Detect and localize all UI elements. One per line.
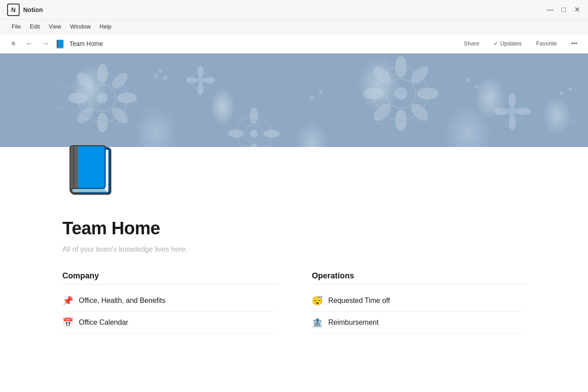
- svg-point-23: [236, 116, 272, 151]
- content-area: Team Home All of your team's knowledge l…: [0, 200, 588, 351]
- section-company-heading: Company: [62, 271, 276, 285]
- back-button[interactable]: ←: [23, 37, 36, 50]
- svg-point-4: [97, 64, 108, 83]
- toolbar-left: ≡ ← → 📘 Team Home: [7, 37, 460, 50]
- sidebar-toggle-button[interactable]: ≡: [7, 37, 20, 50]
- svg-point-39: [509, 115, 516, 130]
- forward-button[interactable]: →: [39, 37, 52, 50]
- maximize-button[interactable]: □: [559, 6, 568, 14]
- more-options-button[interactable]: •••: [568, 38, 581, 49]
- svg-point-3: [97, 93, 108, 103]
- svg-point-12: [374, 67, 428, 120]
- svg-point-47: [466, 78, 470, 82]
- office-health-label: Office, Health, and Benefits: [79, 297, 165, 305]
- updates-label: Updates: [500, 40, 522, 47]
- updates-button[interactable]: ✓ Updates: [490, 38, 525, 49]
- svg-point-40: [494, 108, 508, 115]
- minimize-button[interactable]: —: [546, 6, 554, 14]
- menu-edit[interactable]: Edit: [25, 21, 44, 32]
- svg-point-9: [109, 70, 131, 91]
- page-title: Team Home: [62, 218, 526, 238]
- toolbar: ≡ ← → 📘 Team Home Share ✓ Updates Favori…: [0, 34, 588, 53]
- app-icon: N: [7, 4, 20, 16]
- svg-point-32: [197, 65, 204, 77]
- app-icon-char: N: [11, 6, 16, 13]
- office-health-icon: 📌: [62, 295, 74, 306]
- svg-point-44: [163, 76, 167, 80]
- toolbar-page-title: Team Home: [69, 40, 103, 47]
- sections-grid: Company 📌 Office, Health, and Benefits 📅…: [62, 271, 526, 334]
- svg-point-31: [197, 77, 204, 84]
- svg-point-7: [117, 93, 137, 103]
- page-subtitle: All of your team's knowledge lives here.: [62, 245, 526, 253]
- reimbursement-icon: 🏦: [312, 317, 323, 328]
- svg-point-6: [68, 93, 88, 103]
- list-item[interactable]: 😴 Requested Time off: [312, 290, 526, 312]
- svg-point-42: [154, 74, 158, 78]
- menu-view[interactable]: View: [44, 21, 65, 32]
- svg-point-5: [97, 113, 108, 132]
- svg-point-30: [192, 71, 209, 89]
- svg-point-20: [408, 63, 431, 86]
- time-off-icon: 😴: [312, 295, 323, 306]
- svg-point-24: [245, 125, 263, 143]
- list-item[interactable]: 📌 Office, Health, and Benefits: [62, 290, 276, 312]
- updates-check-icon: ✓: [494, 40, 498, 47]
- svg-point-2: [89, 85, 116, 111]
- menu-file[interactable]: File: [7, 21, 25, 32]
- svg-point-35: [204, 77, 215, 83]
- favorite-button[interactable]: Favorite: [532, 38, 560, 49]
- svg-point-37: [508, 107, 517, 116]
- svg-point-18: [417, 88, 438, 99]
- office-calendar-icon: 📅: [62, 317, 74, 328]
- toolbar-page-icon: 📘: [55, 39, 64, 48]
- svg-point-14: [395, 87, 407, 100]
- svg-point-34: [186, 77, 197, 83]
- svg-point-22: [408, 101, 431, 124]
- page-icon-emoji: 📘: [62, 147, 116, 192]
- svg-point-26: [250, 108, 258, 124]
- svg-point-11: [109, 105, 131, 126]
- svg-point-46: [319, 90, 322, 93]
- svg-point-50: [569, 88, 572, 90]
- svg-point-16: [395, 110, 407, 131]
- svg-point-13: [386, 79, 416, 108]
- list-item[interactable]: 📅 Office Calendar: [62, 312, 276, 334]
- page-icon[interactable]: 📘: [62, 147, 116, 200]
- svg-point-41: [516, 108, 531, 115]
- svg-point-19: [371, 63, 394, 86]
- svg-point-29: [264, 130, 280, 138]
- svg-point-45: [310, 96, 314, 100]
- menu-help[interactable]: Help: [95, 21, 116, 32]
- close-button[interactable]: ✕: [573, 6, 581, 14]
- svg-point-36: [501, 100, 523, 122]
- section-operations: Operations 😴 Requested Time off 🏦 Reimbu…: [312, 271, 526, 334]
- svg-point-49: [559, 92, 563, 95]
- svg-point-1: [78, 74, 127, 122]
- svg-point-43: [159, 70, 162, 73]
- svg-point-17: [363, 88, 385, 99]
- office-calendar-label: Office Calendar: [79, 318, 128, 327]
- svg-point-38: [509, 93, 516, 107]
- list-item[interactable]: 🏦 Reimbursement: [312, 312, 526, 334]
- window-controls: — □ ✕: [546, 6, 581, 14]
- svg-point-8: [74, 70, 96, 91]
- reimbursement-label: Reimbursement: [328, 318, 379, 327]
- toolbar-right: Share ✓ Updates Favorite •••: [460, 38, 581, 49]
- section-operations-heading: Operations: [312, 271, 526, 285]
- svg-point-33: [197, 83, 204, 95]
- time-off-label: Requested Time off: [328, 297, 390, 305]
- section-company: Company 📌 Office, Health, and Benefits 📅…: [62, 271, 276, 334]
- svg-point-21: [371, 101, 394, 124]
- menu-window[interactable]: Window: [65, 21, 95, 32]
- svg-point-10: [74, 105, 96, 126]
- svg-point-28: [228, 130, 244, 138]
- svg-point-25: [250, 130, 258, 138]
- svg-point-15: [395, 56, 407, 78]
- app-name: Notion: [23, 6, 43, 13]
- title-bar: N Notion — □ ✕: [0, 0, 588, 20]
- svg-point-48: [475, 86, 478, 88]
- menu-bar: File Edit View Window Help: [0, 20, 588, 34]
- share-button[interactable]: Share: [460, 38, 483, 49]
